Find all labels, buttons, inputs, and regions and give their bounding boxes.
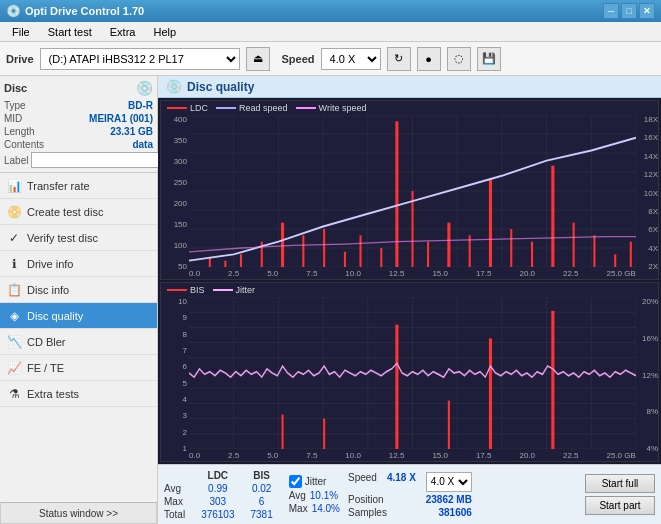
stats-col-empty <box>164 469 193 482</box>
jitter-checkbox[interactable] <box>289 475 302 488</box>
burn-button[interactable]: ● <box>417 47 441 71</box>
nav-cd-bler[interactable]: 📉 CD Bler <box>0 329 157 355</box>
type-key: Type <box>4 100 26 111</box>
max-jitter-label: Max <box>289 503 308 514</box>
ldc-legend-label: LDC <box>190 103 208 113</box>
nav-disc-info-label: Disc info <box>27 284 69 296</box>
ldc-legend-color <box>167 107 187 109</box>
disc-quality-header: 💿 Disc quality <box>158 76 661 98</box>
stats-row: LDC BIS Avg 0.99 0.02 Max 303 6 <box>158 464 661 524</box>
disc-quality-icon: ◈ <box>6 308 22 324</box>
eject-button[interactable]: ⏏ <box>246 47 270 71</box>
right-panel: 💿 Disc quality LDC Read speed <box>158 76 661 524</box>
avg-bis: 0.02 <box>243 482 281 495</box>
menu-file[interactable]: File <box>4 24 38 40</box>
rotate-button[interactable]: ↻ <box>387 47 411 71</box>
save-button[interactable]: 💾 <box>477 47 501 71</box>
mid-val: MEIRA1 (001) <box>89 113 153 124</box>
position-row: Position 23862 MB <box>348 494 472 505</box>
lower-y-axis-left: 10 9 8 7 6 5 4 3 2 1 <box>161 283 189 461</box>
bis-legend-color <box>167 289 187 291</box>
disc-section: Disc 💿 Type BD-R MID MEIRA1 (001) Length… <box>0 76 157 173</box>
verify-test-disc-icon: ✓ <box>6 230 22 246</box>
avg-label: Avg <box>164 482 193 495</box>
status-window-button[interactable]: Status window >> <box>0 502 157 524</box>
speed-select[interactable]: 4.0 X <box>321 48 381 70</box>
erase-button[interactable]: ◌ <box>447 47 471 71</box>
stats-col-ldc: LDC <box>193 469 242 482</box>
total-label: Total <box>164 508 193 521</box>
nav-disc-quality[interactable]: ◈ Disc quality <box>0 303 157 329</box>
close-button[interactable]: ✕ <box>639 3 655 19</box>
fe-te-icon: 📈 <box>6 360 22 376</box>
speed-row: Speed 4.18 X 4.0 X <box>348 472 472 492</box>
stats-table: LDC BIS Avg 0.99 0.02 Max 303 6 <box>164 469 281 521</box>
write-speed-legend-label: Write speed <box>319 103 367 113</box>
nav-disc-info[interactable]: 📋 Disc info <box>0 277 157 303</box>
lower-x-axis: 0.0 2.5 5.0 7.5 10.0 12.5 15.0 17.5 20.0… <box>189 449 636 461</box>
disc-info-icon: 📋 <box>6 282 22 298</box>
status-window-label: Status window >> <box>39 508 118 519</box>
speed-val: 4.18 X <box>387 472 416 492</box>
menu-bar: File Start test Extra Help <box>0 22 661 42</box>
drive-select[interactable]: (D:) ATAPI iHBS312 2 PL17 <box>40 48 240 70</box>
upper-y-axis-right: 18X 16X 14X 12X 10X 8X 6X 4X 2X <box>636 101 658 279</box>
nav-transfer-rate[interactable]: 📊 Transfer rate <box>0 173 157 199</box>
stats-row-avg: Avg 0.99 0.02 <box>164 482 281 495</box>
stats-col-bis: BIS <box>243 469 281 482</box>
stats-row-total: Total 376103 7381 <box>164 508 281 521</box>
samples-row: Samples 381606 <box>348 507 472 518</box>
max-jitter-val: 14.0% <box>312 503 340 514</box>
write-speed-legend-color <box>296 107 316 109</box>
total-ldc: 376103 <box>193 508 242 521</box>
minimize-button[interactable]: ─ <box>603 3 619 19</box>
nav-verify-test-disc-label: Verify test disc <box>27 232 98 244</box>
position-key: Position <box>348 494 384 505</box>
avg-jitter-label: Avg <box>289 490 306 501</box>
menu-extra[interactable]: Extra <box>102 24 144 40</box>
length-val: 23.31 GB <box>110 126 153 137</box>
toolbar: Drive (D:) ATAPI iHBS312 2 PL17 ⏏ Speed … <box>0 42 661 76</box>
upper-x-axis: 0.0 2.5 5.0 7.5 10.0 12.5 15.0 17.5 20.0… <box>189 267 636 279</box>
upper-plot-area <box>189 115 636 267</box>
title-bar: 💿 Opti Drive Control 1.70 ─ □ ✕ <box>0 0 661 22</box>
nav-fe-te[interactable]: 📈 FE / TE <box>0 355 157 381</box>
disc-quality-header-icon: 💿 <box>166 79 182 94</box>
drive-label: Drive <box>6 53 34 65</box>
total-bis: 7381 <box>243 508 281 521</box>
nav-disc-quality-label: Disc quality <box>27 310 83 322</box>
nav-create-test-disc[interactable]: 📀 Create test disc <box>0 199 157 225</box>
read-speed-legend-label: Read speed <box>239 103 288 113</box>
cd-bler-icon: 📉 <box>6 334 22 350</box>
speed-dropdown[interactable]: 4.0 X <box>426 472 472 492</box>
action-buttons: Start full Start part <box>585 474 655 515</box>
type-val: BD-R <box>128 100 153 111</box>
start-full-button[interactable]: Start full <box>585 474 655 493</box>
start-part-button[interactable]: Start part <box>585 496 655 515</box>
app-icon: 💿 <box>6 4 21 18</box>
nav-verify-test-disc[interactable]: ✓ Verify test disc <box>0 225 157 251</box>
jitter-legend-label: Jitter <box>236 285 256 295</box>
nav-extra-tests[interactable]: ⚗ Extra tests <box>0 381 157 407</box>
nav-drive-info[interactable]: ℹ Drive info <box>0 251 157 277</box>
avg-ldc: 0.99 <box>193 482 242 495</box>
maximize-button[interactable]: □ <box>621 3 637 19</box>
jitter-stats-group: Jitter Avg 10.1% Max 14.0% <box>289 475 340 514</box>
jitter-checkbox-row[interactable]: Jitter <box>289 475 340 488</box>
menu-help[interactable]: Help <box>145 24 184 40</box>
max-ldc: 303 <box>193 495 242 508</box>
stats-row-max: Max 303 6 <box>164 495 281 508</box>
drive-info-icon: ℹ <box>6 256 22 272</box>
upper-y-axis-left: 400 350 300 250 200 150 100 50 <box>161 101 189 279</box>
jitter-max-row: Max 14.0% <box>289 503 340 514</box>
speed-info: Speed 4.18 X 4.0 X Position 23862 MB Sam… <box>348 472 472 518</box>
speed-key: Speed <box>348 472 377 492</box>
samples-key: Samples <box>348 507 387 518</box>
menu-start-test[interactable]: Start test <box>40 24 100 40</box>
lower-plot-area <box>189 297 636 449</box>
nav-cd-bler-label: CD Bler <box>27 336 66 348</box>
position-val: 23862 MB <box>426 494 472 505</box>
jitter-legend-color <box>213 289 233 291</box>
upper-legend: LDC Read speed Write speed <box>167 103 366 113</box>
label-input[interactable] <box>31 152 164 168</box>
